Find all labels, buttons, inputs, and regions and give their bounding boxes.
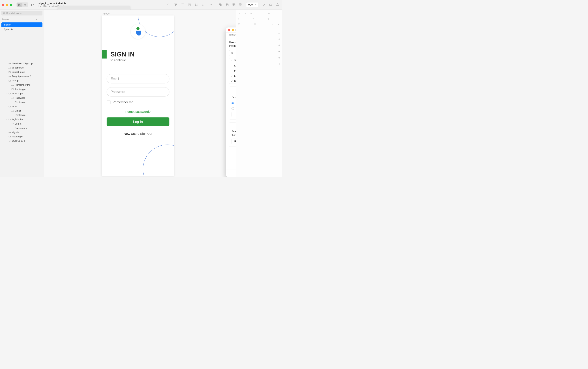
layer-row[interactable]: Rectangle <box>0 87 44 91</box>
play-icon[interactable] <box>261 3 267 7</box>
subtract-icon[interactable] <box>224 3 230 7</box>
layer-row[interactable]: Rectangle <box>0 113 44 117</box>
flip-h-icon[interactable]: ▱ <box>271 23 274 27</box>
mask-icon[interactable]: ▾ <box>207 3 213 7</box>
artboard-label[interactable]: sign_in <box>103 12 109 15</box>
signup-link[interactable]: New User? Sign Up! <box>106 132 169 136</box>
string-row[interactable]: ✓Forgot password?✎ⓘ <box>229 68 236 73</box>
forgot-password-link[interactable]: Forgot password? <box>106 110 169 114</box>
layer-row[interactable]: Rectangle <box>0 135 44 139</box>
string-row[interactable]: ✓Sign in✎ⓘ <box>229 58 236 63</box>
signin-form: Email Password Remember me Forgot passwo… <box>106 74 169 136</box>
svg-rect-4 <box>24 5 25 6</box>
crowdin-fullscreen-button[interactable] <box>235 29 236 31</box>
tab-translation[interactable]: TRANSLATION <box>229 34 236 36</box>
union-icon[interactable] <box>217 3 223 7</box>
transform-icon[interactable] <box>194 3 199 7</box>
page-item[interactable]: Sign In <box>1 22 42 27</box>
align-bottom-icon[interactable]: ⫟ <box>267 12 271 16</box>
svg-marker-6 <box>168 3 170 6</box>
intersect-icon[interactable] <box>231 3 237 7</box>
string-row[interactable]: ✓to continue✎ⓘ <box>229 63 236 68</box>
layer-row[interactable]: ›impact_gray <box>0 70 44 74</box>
layer-row[interactable]: AaLog In <box>0 121 44 126</box>
crowdin-search-input[interactable]: Search <box>229 50 236 56</box>
layer-row[interactable]: Aato-continue <box>0 66 44 70</box>
upload-screenshots-button[interactable]: Upload Screenshots <box>231 139 236 144</box>
align-right-icon[interactable]: ⫟ <box>250 12 253 16</box>
string-list: ✓Sign in✎ⓘ✓to continue✎ⓘ✓Forgot password… <box>229 58 236 84</box>
string-row[interactable]: ✓Log In✎ⓘ <box>229 73 236 79</box>
minimize-window-button[interactable] <box>6 4 8 6</box>
collapse-pages-icon[interactable]: ⌄ <box>38 19 42 20</box>
svg-rect-21 <box>208 4 210 6</box>
add-property-icon[interactable]: + <box>278 56 280 60</box>
canvas-view-button[interactable] <box>17 3 22 7</box>
crowdin-close-button[interactable] <box>228 29 230 31</box>
page-item[interactable]: Symbols <box>0 27 44 32</box>
align-top-icon[interactable] <box>173 3 178 7</box>
segment-page-button[interactable]: Page <box>231 112 236 117</box>
svg-rect-2 <box>24 4 25 4</box>
svg-line-34 <box>4 13 5 14</box>
search-layers-input[interactable]: Search Layers <box>1 11 42 16</box>
components-view-button[interactable] <box>22 3 28 7</box>
add-property-icon[interactable]: + <box>278 43 280 47</box>
string-row[interactable]: ✓Don't have an account yet?✎ⓘ <box>229 79 236 84</box>
zoom-control[interactable]: 90% ▾ <box>246 2 258 7</box>
layer-row[interactable]: ⌄input copy <box>0 91 44 96</box>
layer-row[interactable]: AaForgot password? <box>0 74 44 79</box>
logo <box>131 24 145 39</box>
add-property-icon[interactable]: + <box>278 62 280 66</box>
add-page-icon[interactable]: ⊕ <box>35 19 38 20</box>
add-property-icon[interactable]: + <box>278 50 280 53</box>
password-field[interactable]: Password <box>106 87 169 96</box>
layer-row[interactable]: ⌄login button <box>0 117 44 121</box>
svg-rect-25 <box>226 3 228 5</box>
svg-rect-5 <box>25 5 26 6</box>
insert-button[interactable]: + ▾ <box>30 3 35 7</box>
svg-rect-38 <box>12 89 13 90</box>
align-top-icon[interactable]: ⫠ <box>255 12 259 16</box>
align-left-icon[interactable]: ⫞ <box>238 12 242 16</box>
layer-row[interactable]: Background <box>0 126 44 130</box>
layer-row[interactable]: Aasign-in <box>0 130 44 134</box>
radio-create-keynames[interactable] <box>231 107 234 110</box>
bell-icon[interactable] <box>275 3 280 7</box>
window-controls <box>2 4 12 6</box>
svg-rect-36 <box>9 71 10 73</box>
email-field[interactable]: Email <box>106 74 169 83</box>
close-window-button[interactable] <box>2 4 4 6</box>
cloud-icon[interactable] <box>268 3 273 7</box>
inspector-chevron-icon[interactable]: ⌄ <box>277 31 280 35</box>
layer-row[interactable]: AaRemember me <box>0 83 44 87</box>
align-middle-icon[interactable]: ⫞ <box>261 12 265 16</box>
align-center-h-icon[interactable]: ⫠ <box>243 12 247 16</box>
remember-checkbox[interactable] <box>107 100 110 104</box>
layer-row[interactable]: ⌄input <box>0 104 44 109</box>
symbol-icon[interactable] <box>187 3 192 7</box>
artboard-sign-in[interactable]: SIGN IN to continue Email Password Remem… <box>102 16 174 176</box>
canvas[interactable]: sign_in SIGN IN to continue Email Passwo… <box>44 10 236 177</box>
layer-row[interactable]: ⌄Group <box>0 79 44 83</box>
layer-row[interactable]: Rectangle <box>0 100 44 104</box>
distribute-icon[interactable] <box>180 3 185 7</box>
login-button[interactable]: Log In <box>106 117 169 126</box>
crowdin-tabs: TRANSLATION STRINGS SETTINGS Contact Us <box>226 32 236 38</box>
svg-rect-39 <box>9 93 10 94</box>
layer-row[interactable]: AaEmail <box>0 109 44 113</box>
fullscreen-window-button[interactable] <box>10 4 12 6</box>
svg-line-20 <box>202 4 204 6</box>
layer-row[interactable]: AaNew User? Sign Up! <box>0 61 44 65</box>
layer-row[interactable]: AaPassword <box>0 96 44 100</box>
difference-icon[interactable] <box>238 3 243 7</box>
layer-row[interactable]: Oval Copy 3 <box>0 139 44 143</box>
rotate-icon[interactable] <box>200 3 206 7</box>
shape-tool-icon[interactable] <box>166 3 172 7</box>
signin-heading: SIGN IN <box>110 51 135 58</box>
crowdin-minimize-button[interactable] <box>232 29 234 31</box>
add-property-icon[interactable]: + <box>278 37 280 41</box>
radio-create-language[interactable] <box>231 102 234 104</box>
flip-v-icon[interactable]: ▰ <box>276 23 280 27</box>
svg-rect-37 <box>9 80 10 81</box>
